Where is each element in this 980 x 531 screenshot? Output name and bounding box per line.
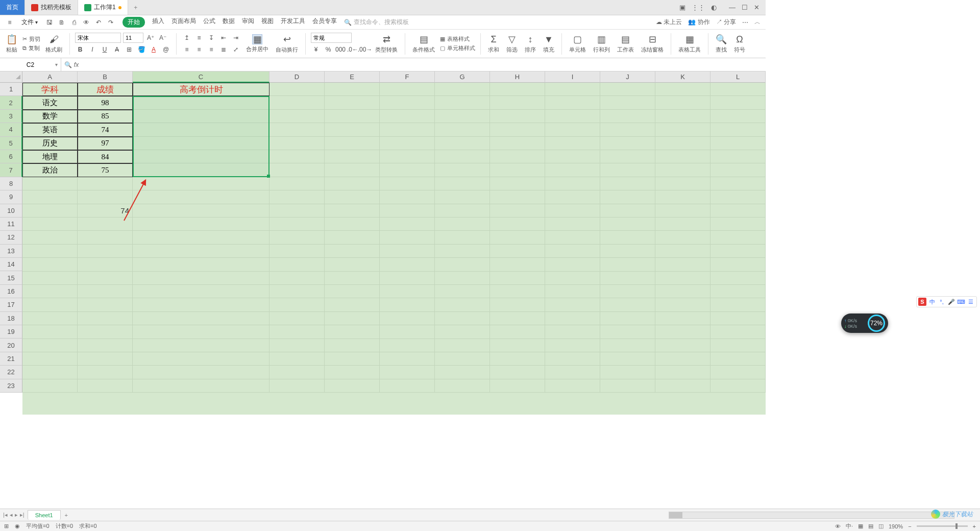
cell[interactable] — [600, 366, 655, 379]
cell[interactable] — [380, 218, 435, 231]
cell[interactable] — [435, 272, 490, 285]
cell[interactable] — [435, 96, 490, 109]
tab-workbook[interactable]: 工作簿1 — [78, 0, 128, 15]
menu-3[interactable]: 公式 — [203, 17, 215, 28]
cell[interactable] — [270, 272, 325, 285]
cell[interactable] — [545, 285, 600, 298]
cell[interactable] — [22, 272, 78, 285]
cell[interactable] — [545, 163, 600, 177]
col-header-G[interactable]: G — [435, 71, 490, 83]
cell[interactable] — [490, 312, 545, 325]
cell[interactable] — [435, 366, 490, 379]
cell[interactable] — [655, 163, 710, 177]
cell[interactable] — [600, 177, 655, 190]
cell[interactable] — [435, 258, 490, 271]
cell[interactable] — [270, 258, 325, 271]
save-as-icon[interactable]: 🗎 — [57, 19, 66, 26]
cell[interactable] — [710, 258, 766, 271]
cell[interactable] — [380, 339, 435, 352]
cell[interactable] — [710, 272, 766, 285]
cell[interactable] — [78, 258, 133, 271]
data-cell[interactable]: 学科 — [22, 83, 78, 96]
cell[interactable] — [133, 177, 270, 190]
wrap-button[interactable]: ↩自动换行 — [274, 31, 300, 57]
cell[interactable] — [133, 218, 270, 231]
cell[interactable] — [545, 258, 600, 271]
row-header-22[interactable]: 22 — [0, 366, 22, 379]
cell[interactable] — [78, 339, 133, 352]
underline-icon[interactable]: U — [100, 44, 110, 55]
cell[interactable] — [490, 110, 545, 123]
collapse-ribbon-icon[interactable]: ︿ — [754, 18, 761, 27]
cell[interactable] — [655, 204, 710, 218]
cell[interactable] — [435, 218, 490, 231]
row-header-6[interactable]: 6 — [0, 150, 22, 163]
cell[interactable] — [490, 298, 545, 311]
percent-icon[interactable]: % — [323, 44, 333, 55]
cell[interactable] — [490, 150, 545, 163]
font-name-select[interactable] — [75, 33, 121, 43]
freeze-button[interactable]: ⊟冻结窗格 — [639, 31, 666, 57]
cell[interactable] — [325, 352, 380, 366]
cell[interactable] — [22, 298, 78, 311]
cell[interactable] — [710, 177, 766, 190]
sort-button[interactable]: ↕排序 — [523, 31, 538, 57]
cell[interactable] — [545, 325, 600, 339]
cell[interactable] — [545, 204, 600, 218]
name-box-input[interactable] — [10, 61, 51, 68]
cell[interactable] — [490, 96, 545, 109]
cell[interactable] — [600, 123, 655, 136]
cell[interactable] — [600, 83, 655, 96]
row-header-15[interactable]: 15 — [0, 271, 22, 284]
cell[interactable] — [600, 272, 655, 285]
data-cell[interactable]: 成绩 — [78, 83, 133, 96]
cell[interactable] — [270, 312, 325, 325]
sheet-button[interactable]: ▤工作表 — [615, 31, 636, 57]
cell[interactable] — [325, 258, 380, 271]
cell[interactable] — [133, 298, 270, 311]
cell[interactable] — [78, 177, 133, 190]
data-cell[interactable]: 数学 — [22, 110, 78, 123]
cancel-fx-icon[interactable]: 🔍 — [64, 61, 72, 68]
row-header-10[interactable]: 10 — [0, 204, 22, 218]
cell[interactable] — [490, 177, 545, 190]
cell[interactable] — [600, 110, 655, 123]
row-header-11[interactable]: 11 — [0, 218, 22, 231]
cell[interactable] — [325, 366, 380, 379]
cell[interactable] — [133, 245, 270, 258]
cell[interactable] — [270, 190, 325, 204]
cell[interactable] — [380, 258, 435, 271]
cell[interactable] — [435, 150, 490, 163]
cell[interactable] — [270, 325, 325, 339]
cell[interactable] — [325, 83, 380, 96]
cell[interactable] — [490, 231, 545, 244]
cell[interactable] — [133, 312, 270, 325]
cell[interactable] — [655, 298, 710, 311]
maximize-icon[interactable]: ☐ — [742, 4, 748, 11]
cell[interactable] — [490, 137, 545, 150]
cell[interactable] — [133, 190, 270, 204]
cell[interactable] — [600, 298, 655, 311]
cond-format-button[interactable]: ▤条件格式 — [410, 31, 437, 57]
cell[interactable] — [380, 150, 435, 163]
col-header-H[interactable]: H — [490, 71, 545, 83]
cell[interactable] — [545, 352, 600, 366]
cell[interactable] — [325, 150, 380, 163]
cell[interactable] — [710, 366, 766, 379]
cell[interactable] — [435, 83, 490, 96]
cell[interactable] — [545, 110, 600, 123]
cell[interactable] — [655, 231, 710, 244]
cell[interactable] — [655, 285, 710, 298]
print-icon[interactable]: ⎙ — [69, 19, 79, 26]
cell[interactable] — [600, 163, 655, 177]
row-header-20[interactable]: 20 — [0, 339, 22, 352]
number-format-select[interactable] — [311, 33, 352, 43]
cell[interactable] — [22, 218, 78, 231]
cell[interactable] — [600, 96, 655, 109]
cell[interactable] — [490, 285, 545, 298]
cell[interactable] — [435, 137, 490, 150]
cell[interactable] — [22, 366, 78, 379]
strike-icon[interactable]: A̶ — [112, 44, 122, 55]
name-box[interactable]: ▾ — [0, 58, 61, 71]
cell[interactable] — [22, 204, 78, 218]
